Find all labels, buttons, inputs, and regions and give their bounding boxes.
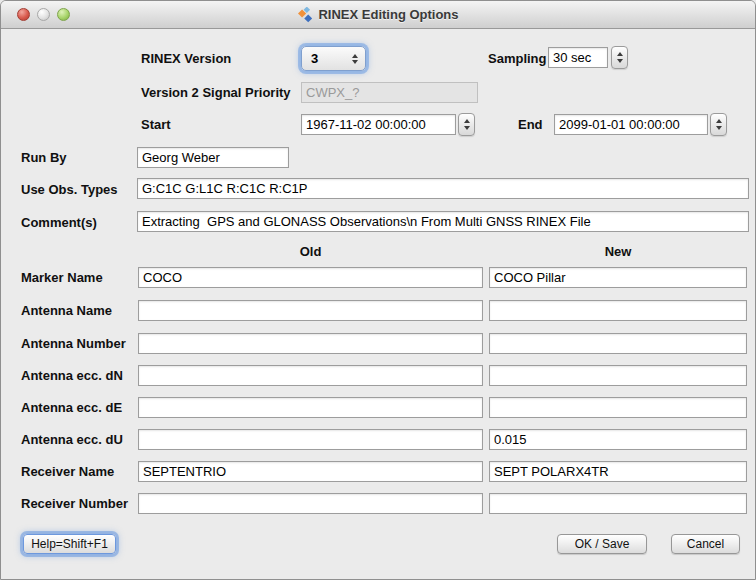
start-label: Start [141, 114, 171, 135]
marker-name-new-input[interactable] [489, 267, 747, 288]
ok-save-button[interactable]: OK / Save [557, 534, 647, 554]
use-obs-types-input[interactable] [137, 178, 749, 199]
rinex-version-label: RINEX Version [141, 48, 231, 69]
antenna-name-new-input[interactable] [489, 300, 747, 321]
sampling-stepper[interactable] [611, 46, 628, 69]
run-by-label: Run By [21, 147, 67, 168]
antenna-ecc-de-old-input[interactable] [138, 397, 483, 418]
receiver-number-old-input[interactable] [138, 493, 483, 514]
start-datetime-input[interactable] [301, 114, 456, 135]
down-triangle-icon [617, 59, 623, 63]
antenna-ecc-du-old-input[interactable] [138, 429, 483, 450]
marker-name-old-input[interactable] [138, 267, 483, 288]
new-column-header: New [489, 244, 747, 259]
rinex-version-value: 3 [302, 51, 352, 66]
run-by-input[interactable] [137, 147, 289, 168]
down-triangle-icon [716, 126, 722, 130]
down-triangle-icon [464, 126, 470, 130]
bnc-diamonds-icon [297, 7, 313, 23]
receiver-name-old-input[interactable] [138, 461, 483, 482]
antenna-name-label: Antenna Name [21, 300, 112, 321]
sampling-label: Sampling [488, 48, 547, 69]
antenna-ecc-de-new-input[interactable] [489, 397, 747, 418]
end-stepper[interactable] [710, 113, 727, 136]
receiver-name-new-input[interactable] [489, 461, 747, 482]
marker-name-label: Marker Name [21, 267, 103, 288]
v2-signal-priority-field: CWPX_? [301, 82, 478, 103]
up-triangle-icon [352, 54, 358, 58]
antenna-ecc-de-label: Antenna ecc. dE [21, 397, 122, 418]
cancel-button[interactable]: Cancel [671, 534, 740, 554]
window-title: RINEX Editing Options [318, 7, 458, 22]
up-triangle-icon [716, 119, 722, 123]
up-triangle-icon [464, 119, 470, 123]
combo-stepper-icons[interactable] [352, 54, 358, 64]
end-datetime-input[interactable] [554, 114, 708, 135]
antenna-number-label: Antenna Number [21, 333, 126, 354]
sampling-input[interactable] [548, 47, 608, 68]
antenna-number-new-input[interactable] [489, 333, 747, 354]
antenna-ecc-dn-old-input[interactable] [138, 365, 483, 386]
use-obs-types-label: Use Obs. Types [21, 179, 118, 200]
comments-input[interactable] [137, 211, 749, 232]
title-bar[interactable]: RINEX Editing Options [1, 1, 755, 29]
antenna-ecc-du-label: Antenna ecc. dU [21, 429, 123, 450]
antenna-number-old-input[interactable] [138, 333, 483, 354]
rinex-version-combobox[interactable]: 3 [301, 46, 366, 71]
up-triangle-icon [617, 52, 623, 56]
receiver-number-new-input[interactable] [489, 493, 747, 514]
receiver-name-label: Receiver Name [21, 461, 114, 482]
antenna-ecc-dn-new-input[interactable] [489, 365, 747, 386]
antenna-ecc-dn-label: Antenna ecc. dN [21, 365, 123, 386]
receiver-number-label: Receiver Number [21, 493, 128, 514]
comments-label: Comment(s) [21, 212, 97, 233]
rinex-editing-options-window: RINEX Editing Options RINEX Version 3 Sa… [0, 0, 756, 580]
antenna-name-old-input[interactable] [138, 300, 483, 321]
antenna-ecc-du-new-input[interactable] [489, 429, 747, 450]
down-triangle-icon [352, 60, 358, 64]
old-column-header: Old [138, 244, 483, 259]
start-stepper[interactable] [458, 113, 475, 136]
v2-signal-priority-label: Version 2 Signal Priority [141, 82, 291, 103]
help-button[interactable]: Help=Shift+F1 [23, 534, 116, 554]
end-label: End [518, 114, 543, 135]
